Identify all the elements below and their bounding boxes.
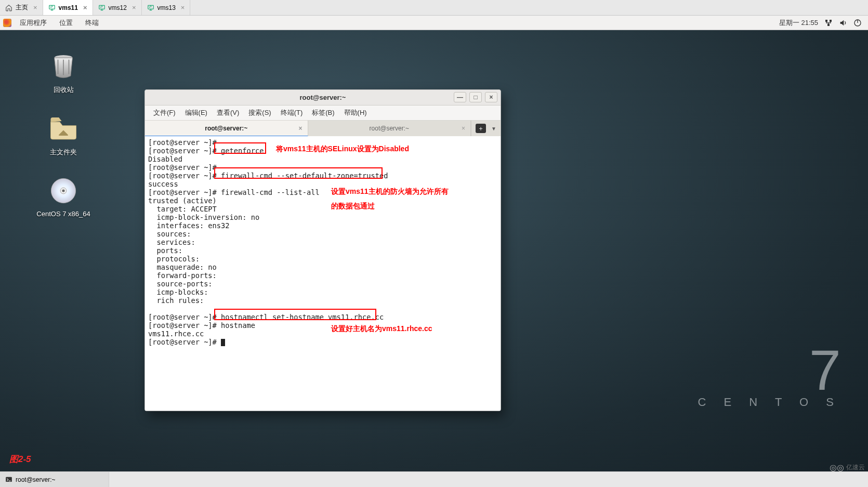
term-line: Disabled [148, 155, 182, 163]
disc-icon [48, 176, 78, 206]
clock[interactable]: 星期一 21:55 [779, 18, 818, 28]
svg-rect-5 [827, 24, 830, 26]
menu-terminal[interactable]: 终端(T) [277, 107, 307, 119]
desktop-home[interactable]: 主文件夹 [27, 113, 100, 157]
close-icon[interactable]: × [83, 4, 87, 11]
vm-tab-label: vms11 [59, 4, 78, 11]
power-icon[interactable] [853, 19, 862, 27]
term-line: target: ACCEPT [148, 205, 217, 213]
term-line: interfaces: ens32 [148, 221, 230, 230]
vm-tab-home[interactable]: 主页 × [0, 0, 43, 15]
desktop-dvd[interactable]: CentOS 7 x86_64 [27, 176, 100, 218]
term-line: trusted (active) [148, 196, 217, 205]
menu-applications[interactable]: 应用程序 [15, 18, 52, 28]
term-line: [root@server ~]# [148, 338, 217, 346]
menu-search[interactable]: 搜索(S) [244, 107, 275, 119]
terminal-body[interactable]: [root@server ~]# [root@server ~]# getenf… [145, 136, 501, 411]
monitor-icon [48, 4, 56, 11]
menu-view[interactable]: 查看(V) [213, 107, 243, 119]
close-button[interactable]: × [485, 92, 497, 102]
monitor-icon [147, 4, 154, 11]
svg-rect-4 [830, 20, 832, 22]
terminal-tab-1[interactable]: root@server:~ × [145, 121, 308, 137]
vm-host-tabbar: 主页 × vms11 × vms12 × vms13 × [0, 0, 868, 16]
term-line: forward-ports: [148, 271, 217, 280]
monitor-icon [98, 4, 106, 11]
terminal-icon [5, 476, 12, 483]
term-line: [root@server ~]# [148, 138, 217, 147]
term-line: [root@server ~]# [148, 172, 221, 180]
term-line: [root@server ~]# [148, 313, 221, 321]
vm-tab-home-label: 主页 [16, 3, 28, 12]
svg-rect-3 [825, 20, 827, 22]
terminal-titlebar[interactable]: root@server:~ — □ × [145, 90, 501, 106]
taskbar: root@server:~ [0, 471, 868, 487]
taskbar-item-terminal[interactable]: root@server:~ [0, 472, 109, 487]
vm-tab-vms11[interactable]: vms11 × [43, 0, 93, 15]
centos-wallpaper-logo: 7 C E N T O S [698, 344, 841, 409]
terminal-menubar: 文件(F) 编辑(E) 查看(V) 搜索(S) 终端(T) 标签(B) 帮助(H… [145, 106, 501, 121]
tab-dropdown-icon[interactable]: ▼ [491, 126, 496, 131]
annotation-selinux: 将vms11主机的SELinux设置为Disabled [276, 144, 409, 153]
term-line: success [148, 180, 178, 188]
new-tab-button[interactable]: ＋ [476, 124, 486, 133]
menu-terminal[interactable]: 终端 [80, 18, 104, 28]
desktop-icons: 回收站 主文件夹 CentOS 7 x86_64 [27, 51, 100, 218]
term-line: protocols: [148, 255, 200, 263]
terminal-tab-2[interactable]: root@server:~ × [308, 121, 471, 136]
activities-icon[interactable] [3, 19, 11, 27]
desktop-trash[interactable]: 回收站 [27, 51, 100, 95]
vm-tab-vms13[interactable]: vms13 × [142, 0, 191, 15]
term-line: [root@server ~]# [148, 163, 217, 172]
term-line: ports: [148, 246, 182, 255]
network-icon[interactable] [824, 19, 833, 27]
volume-icon[interactable] [839, 19, 847, 27]
term-line: source-ports: [148, 280, 213, 288]
gnome-top-bar: 应用程序 位置 终端 星期一 21:55 [0, 16, 868, 30]
taskbar-item-label: root@server:~ [16, 476, 56, 483]
watermark-text: 亿速云 [846, 463, 865, 471]
term-cmd-firewall-set: firewall-cmd --set-default-zone=trusted [221, 172, 392, 180]
terminal-window: root@server:~ — □ × 文件(F) 编辑(E) 查看(V) 搜索… [144, 89, 501, 411]
term-line: [root@server ~]# hostname [148, 321, 255, 330]
term-cmd-getenforce: getenforce [221, 147, 268, 155]
term-line: sources: [148, 230, 191, 238]
desktop-dvd-label: CentOS 7 x86_64 [36, 210, 90, 218]
vm-tab-label: vms12 [109, 4, 127, 11]
term-line: services: [148, 238, 195, 246]
terminal-tab-label: root@server:~ [205, 125, 247, 132]
minimize-button[interactable]: — [454, 92, 466, 102]
folder-home-icon [48, 113, 78, 143]
figure-label: 图2-5 [9, 453, 31, 465]
annotation-hostname: 设置好主机名为vms11.rhce.cc [331, 324, 432, 333]
term-line: rich rules: [148, 296, 204, 305]
terminal-cursor [221, 339, 225, 346]
terminal-tab-strip: root@server:~ × root@server:~ × ＋ ▼ [145, 121, 501, 136]
desktop[interactable]: 7 C E N T O S 回收站 主文件夹 CentOS 7 x86_64 r… [0, 30, 868, 471]
close-icon[interactable]: × [299, 125, 303, 132]
svg-point-10 [62, 189, 64, 192]
menu-places[interactable]: 位置 [54, 18, 78, 28]
term-line: masquerade: no [148, 263, 217, 271]
menu-file[interactable]: 文件(F) [149, 107, 180, 119]
term-line: icmp-block-inversion: no [148, 213, 259, 221]
maximize-button[interactable]: □ [469, 92, 482, 102]
vm-tab-vms12[interactable]: vms12 × [93, 0, 142, 15]
term-line: [root@server ~]# [148, 147, 221, 155]
menu-edit[interactable]: 编辑(E) [181, 107, 212, 119]
close-icon[interactable]: × [33, 4, 37, 11]
term-cmd-hostnamectl: hostnamectl set-hostname vms11.rhce.cc [221, 313, 388, 321]
desktop-trash-label: 回收站 [54, 85, 74, 95]
terminal-tab-label: root@server:~ [370, 125, 410, 132]
vm-tab-label: vms13 [157, 4, 176, 11]
desktop-home-label: 主文件夹 [50, 148, 77, 157]
term-line: [root@server ~]# firewall-cmd --list-all [148, 188, 320, 196]
term-line: icmp-blocks: [148, 288, 208, 296]
close-icon[interactable]: × [181, 4, 185, 11]
trash-icon [48, 51, 78, 81]
close-icon[interactable]: × [132, 4, 136, 11]
close-icon[interactable]: × [462, 125, 465, 132]
watermark: ◎◎ 亿速云 [830, 463, 865, 471]
menu-help[interactable]: 帮助(H) [340, 107, 371, 119]
menu-tabs[interactable]: 标签(B) [308, 107, 338, 119]
